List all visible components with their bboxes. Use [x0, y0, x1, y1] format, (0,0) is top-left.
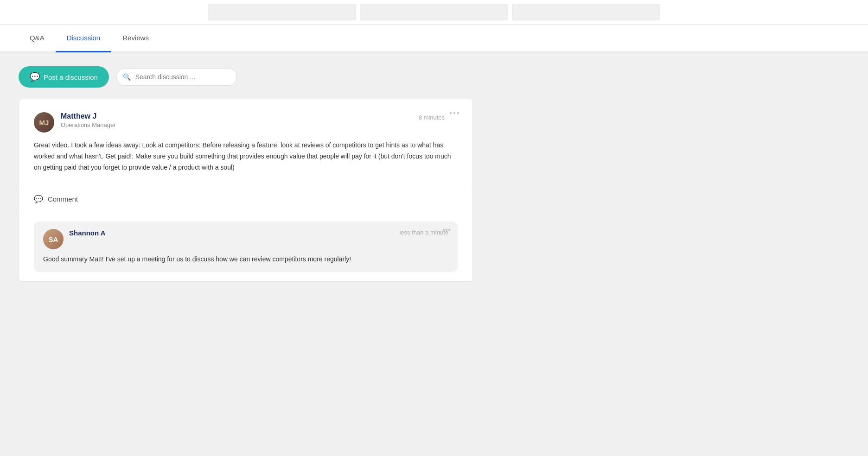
top-placeholder-3 — [512, 4, 660, 20]
comment-action-row[interactable]: 💬 Comment — [19, 186, 472, 212]
dot1 — [450, 112, 452, 114]
reply-more-options[interactable] — [443, 229, 450, 231]
toolbar: 💬 Post a discussion 🔍 — [19, 66, 473, 88]
tabs-bar: Q&A Discussion Reviews — [0, 25, 868, 52]
reply-section: SA Shannon A less than a minute Good sum… — [19, 212, 472, 281]
search-container: 🔍 — [116, 68, 237, 86]
post-discussion-button[interactable]: 💬 Post a discussion — [19, 66, 109, 88]
reply-dot3 — [448, 229, 450, 231]
more-options-matthew[interactable] — [449, 112, 460, 114]
reply-bubble: SA Shannon A less than a minute Good sum… — [34, 222, 458, 272]
top-bar — [0, 0, 868, 25]
comment-icon: 💬 — [34, 195, 43, 203]
content-area: 💬 Post a discussion 🔍 MJ Matthew J Opera… — [0, 52, 491, 296]
search-input[interactable] — [116, 68, 237, 86]
tabs-container: Q&A Discussion Reviews — [0, 25, 868, 52]
top-placeholder-2 — [360, 4, 508, 20]
chat-icon: 💬 — [30, 72, 40, 82]
author-name-matthew: Matthew J — [61, 112, 458, 120]
main-post: MJ Matthew J Operations Manager 8 minute… — [19, 99, 472, 186]
reply-content: Good summary Matt! I've set up a meeting… — [43, 254, 448, 264]
tab-qa[interactable]: Q&A — [19, 25, 56, 52]
dot2 — [453, 112, 455, 114]
reply-meta: Shannon A — [69, 229, 106, 237]
reply-dot2 — [446, 229, 447, 231]
reply-time: less than a minute — [399, 229, 448, 236]
post-content-matthew: Great video. I took a few ideas away: Lo… — [34, 140, 458, 173]
reply-author-name: Shannon A — [69, 229, 106, 237]
tab-reviews[interactable]: Reviews — [111, 25, 160, 52]
avatar-initials-shannon: SA — [49, 235, 58, 243]
post-meta: Matthew J Operations Manager — [61, 112, 458, 128]
post-time-matthew: 8 minutes — [419, 114, 445, 121]
comment-action-label: Comment — [48, 195, 78, 203]
top-placeholder-1 — [208, 4, 356, 20]
tab-discussion[interactable]: Discussion — [56, 25, 112, 52]
dot3 — [457, 112, 459, 114]
reply-header: SA Shannon A less than a minute — [43, 229, 448, 249]
avatar-shannon: SA — [43, 229, 64, 249]
author-role-matthew: Operations Manager — [61, 121, 458, 128]
avatar-matthew: MJ — [34, 112, 54, 133]
reply-dot1 — [443, 229, 445, 231]
post-header: MJ Matthew J Operations Manager — [34, 112, 458, 133]
avatar-initials-matthew: MJ — [39, 119, 49, 127]
discussion-card: MJ Matthew J Operations Manager 8 minute… — [19, 99, 473, 282]
main-content: 💬 Post a discussion 🔍 MJ Matthew J Opera… — [0, 52, 868, 296]
search-icon: 🔍 — [123, 73, 131, 81]
post-discussion-label: Post a discussion — [44, 73, 98, 81]
